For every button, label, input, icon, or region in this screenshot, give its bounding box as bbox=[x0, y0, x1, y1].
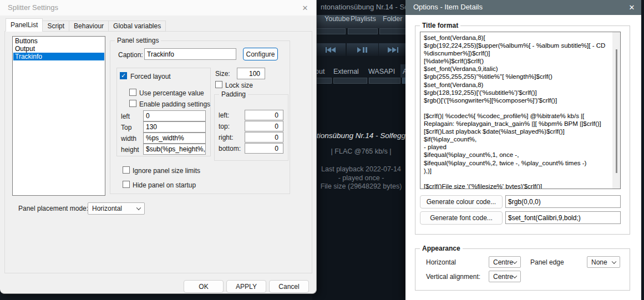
font-code-input[interactable]: $set_font(Calibri,9,bold;) bbox=[505, 211, 621, 224]
padding-bottom-input[interactable]: 0 bbox=[245, 143, 283, 154]
cancel-button[interactable]: Cancel bbox=[269, 280, 309, 293]
height-field-input[interactable]: $sub(%ps_height%,1 bbox=[143, 144, 206, 155]
ignore-limits-label: Ignore panel size limits bbox=[133, 167, 200, 175]
placement-mode-select[interactable]: Horizontal bbox=[88, 202, 145, 215]
padding-top-input[interactable]: 0 bbox=[245, 121, 283, 131]
vertical-alignment-select[interactable]: Centre bbox=[489, 271, 521, 282]
top-field-label: Top bbox=[121, 124, 131, 131]
group-label: Panel settings bbox=[115, 37, 161, 44]
list-item-buttons[interactable]: Buttons bbox=[13, 37, 104, 45]
lock-size-label: Lock size bbox=[225, 82, 253, 89]
group-label: Padding bbox=[219, 90, 248, 98]
options-titlebar[interactable]: Options - Item Details ✕ bbox=[405, 0, 641, 15]
size-label: Size: bbox=[215, 70, 230, 78]
placement-mode-value: Horizontal bbox=[92, 205, 122, 212]
tab-script[interactable]: Script bbox=[42, 21, 69, 32]
chevron-down-icon bbox=[136, 205, 141, 210]
generate-font-code-button[interactable]: Generate font code... bbox=[420, 211, 503, 225]
caption-input[interactable]: Trackinfo bbox=[144, 48, 236, 60]
forced-layout-checkbox[interactable]: ✓ bbox=[120, 72, 127, 79]
panel-listbox[interactable]: Buttons Output Trackinfo bbox=[12, 36, 105, 196]
left-field-input[interactable]: 0 bbox=[143, 110, 206, 121]
forced-layout-label: Forced layout bbox=[130, 73, 171, 80]
trackinfo-panel: tionsübung Nr.14 - Solfegg | FLAC @765 k… bbox=[316, 0, 407, 300]
ignore-limits-checkbox[interactable] bbox=[123, 166, 130, 174]
splitter-titlebar[interactable]: Splitter Settings ✕ bbox=[0, 0, 316, 16]
splitter-tab-bar: PanelList Script Behaviour Global variab… bbox=[6, 18, 165, 32]
track-file-size: File size (29648292 bytes) bbox=[321, 182, 402, 190]
padding-top-label: top: bbox=[219, 123, 230, 130]
placement-mode-label: Panel placement mode: bbox=[18, 205, 88, 212]
colour-code-input[interactable]: $rgb(0,0,0) bbox=[505, 195, 621, 208]
lock-size-checkbox[interactable] bbox=[215, 81, 222, 88]
use-percentage-checkbox[interactable] bbox=[129, 89, 136, 96]
horizontal-select[interactable]: Centre bbox=[489, 256, 521, 268]
top-field-input[interactable]: 130 bbox=[143, 121, 206, 133]
tab-panellist[interactable]: PanelList bbox=[6, 18, 43, 32]
hide-on-startup-label: Hide panel on startup bbox=[133, 181, 196, 189]
configure-button[interactable]: Configure bbox=[243, 48, 278, 60]
dialog-title: Splitter Settings bbox=[8, 3, 58, 12]
padding-bottom-label: bottom: bbox=[219, 145, 241, 152]
padding-left-label: left: bbox=[219, 111, 229, 119]
ok-button[interactable]: OK bbox=[184, 280, 224, 293]
tab-behaviour[interactable]: Behaviour bbox=[69, 21, 109, 32]
left-field-label: left bbox=[121, 113, 130, 120]
tab-global-variables[interactable]: Global variables bbox=[108, 21, 166, 32]
width-field-label: width bbox=[121, 135, 136, 143]
vertical-alignment-value: Centre bbox=[493, 273, 513, 281]
enable-padding-label: Enable padding settings bbox=[139, 100, 210, 108]
appearance-group: Appearance bbox=[415, 248, 630, 291]
apply-button[interactable]: APPLY bbox=[226, 280, 266, 293]
enable-padding-checkbox[interactable] bbox=[129, 100, 136, 107]
padding-right-input[interactable]: 0 bbox=[245, 132, 283, 143]
track-codec-info: | FLAC @765 kb/s | bbox=[331, 148, 392, 155]
padding-right-label: right: bbox=[219, 134, 234, 141]
group-label: Appearance bbox=[420, 245, 463, 252]
group-label: Title format bbox=[420, 22, 460, 29]
use-percentage-label: Use percentage value bbox=[139, 89, 204, 97]
title-format-textarea[interactable]: $set_font(Verdana,8)[ $rgb(192,224,255)[… bbox=[420, 32, 621, 189]
panel-edge-select[interactable]: None bbox=[587, 256, 620, 268]
panel-edge-value: None bbox=[591, 258, 607, 266]
track-title: tionsübung Nr.14 - Solfegg bbox=[317, 131, 405, 140]
close-icon[interactable]: ✕ bbox=[625, 2, 638, 13]
textarea-scrollbar[interactable] bbox=[612, 32, 620, 189]
splitter-settings-dialog: Splitter Settings ✕ PanelList Script Beh… bbox=[0, 0, 317, 294]
panel-edge-label: Panel edge bbox=[530, 258, 564, 266]
vertical-alignment-label: Vertical alignment: bbox=[426, 273, 480, 281]
width-field-input[interactable]: %ps_width% bbox=[143, 133, 206, 144]
close-icon[interactable]: ✕ bbox=[298, 2, 312, 13]
horizontal-value: Centre bbox=[493, 258, 513, 266]
scrollbar-thumb[interactable] bbox=[616, 49, 617, 173]
screen: ntonationsübung Nr.14 - Solfe Youtube Pl… bbox=[0, 0, 644, 300]
size-input[interactable]: 100 bbox=[237, 68, 265, 79]
hide-on-startup-checkbox[interactable] bbox=[123, 181, 130, 188]
padding-left-input[interactable]: 0 bbox=[245, 110, 283, 120]
list-item-output[interactable]: Output bbox=[13, 45, 104, 53]
dialog-title: Options - Item Details bbox=[413, 3, 483, 11]
chevron-down-icon bbox=[612, 259, 616, 263]
height-field-label: height bbox=[121, 146, 139, 154]
track-play-count: - played once - bbox=[338, 174, 384, 182]
list-item-trackinfo[interactable]: Trackinfo bbox=[13, 53, 104, 60]
horizontal-label: Horizontal bbox=[426, 258, 456, 266]
track-last-playback: Last playback 2022-07-14 bbox=[321, 165, 401, 173]
caption-label: Caption: bbox=[118, 51, 143, 59]
options-item-details-dialog: Options - Item Details ✕ Title format $s… bbox=[405, 0, 641, 300]
generate-colour-code-button[interactable]: Generate colour code... bbox=[420, 195, 503, 209]
